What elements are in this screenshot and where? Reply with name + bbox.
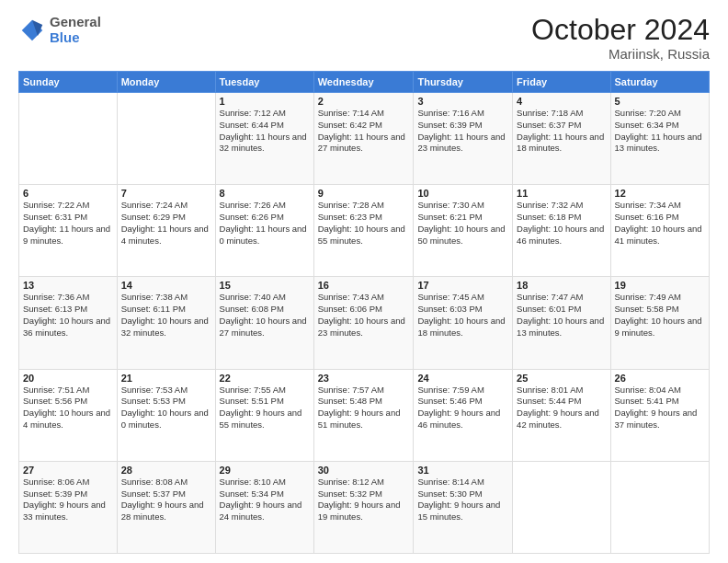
day-info: Sunrise: 8:06 AM Sunset: 5:39 PM Dayligh…	[23, 477, 113, 523]
sunset-text: Sunset: 5:46 PM	[417, 396, 482, 406]
sunrise-text: Sunrise: 7:14 AM	[318, 108, 384, 118]
page: General Blue October 2024 Mariinsk, Russ…	[0, 0, 728, 563]
sunrise-text: Sunrise: 7:28 AM	[318, 200, 384, 210]
title-month: October 2024	[531, 15, 710, 44]
table-row: 10 Sunrise: 7:30 AM Sunset: 6:21 PM Dayl…	[414, 185, 513, 277]
table-row: 16 Sunrise: 7:43 AM Sunset: 6:06 PM Dayl…	[313, 277, 414, 369]
day-info: Sunrise: 7:16 AM Sunset: 6:39 PM Dayligh…	[417, 108, 508, 155]
day-number: 12	[615, 188, 705, 199]
col-wednesday: Wednesday	[313, 72, 414, 93]
sunrise-text: Sunrise: 7:12 AM	[220, 108, 286, 118]
sunrise-text: Sunrise: 8:10 AM	[220, 477, 286, 487]
day-number: 20	[23, 373, 113, 384]
day-number: 21	[121, 373, 211, 384]
day-number: 6	[23, 188, 113, 199]
day-number: 25	[517, 373, 606, 384]
sunset-text: Sunset: 6:11 PM	[121, 304, 186, 314]
table-row: 25 Sunrise: 8:01 AM Sunset: 5:44 PM Dayl…	[513, 369, 610, 461]
table-row	[117, 93, 215, 185]
day-number: 3	[417, 96, 508, 107]
daylight-text: Daylight: 10 hours and 18 minutes.	[417, 316, 505, 338]
daylight-text: Daylight: 9 hours and 42 minutes.	[517, 408, 599, 430]
day-number: 17	[417, 280, 508, 291]
daylight-text: Daylight: 9 hours and 19 minutes.	[318, 500, 401, 522]
table-row: 12 Sunrise: 7:34 AM Sunset: 6:16 PM Dayl…	[610, 185, 709, 277]
sunrise-text: Sunrise: 8:08 AM	[121, 477, 188, 487]
table-row: 4 Sunrise: 7:18 AM Sunset: 6:37 PM Dayli…	[513, 93, 610, 185]
table-row: 15 Sunrise: 7:40 AM Sunset: 6:08 PM Dayl…	[215, 277, 313, 369]
day-number: 23	[318, 373, 410, 384]
sunset-text: Sunset: 6:23 PM	[318, 212, 382, 222]
sunset-text: Sunset: 6:26 PM	[220, 212, 284, 222]
sunset-text: Sunset: 5:41 PM	[615, 396, 679, 406]
table-row: 27 Sunrise: 8:06 AM Sunset: 5:39 PM Dayl…	[19, 461, 118, 553]
sunrise-text: Sunrise: 7:32 AM	[517, 200, 583, 210]
table-row: 18 Sunrise: 7:47 AM Sunset: 6:01 PM Dayl…	[513, 277, 610, 369]
day-info: Sunrise: 7:36 AM Sunset: 6:13 PM Dayligh…	[23, 292, 113, 339]
daylight-text: Daylight: 11 hours and 23 minutes.	[417, 132, 505, 154]
daylight-text: Daylight: 11 hours and 9 minutes.	[23, 224, 110, 246]
logo-general: General	[50, 14, 101, 29]
table-row: 29 Sunrise: 8:10 AM Sunset: 5:34 PM Dayl…	[215, 461, 313, 553]
day-number: 15	[220, 280, 310, 291]
calendar-header-row: Sunday Monday Tuesday Wednesday Thursday…	[19, 72, 710, 93]
table-row: 19 Sunrise: 7:49 AM Sunset: 5:58 PM Dayl…	[610, 277, 709, 369]
table-row	[513, 461, 610, 553]
sunrise-text: Sunrise: 7:51 AM	[23, 385, 89, 395]
table-row: 7 Sunrise: 7:24 AM Sunset: 6:29 PM Dayli…	[117, 185, 215, 277]
table-row: 22 Sunrise: 7:55 AM Sunset: 5:51 PM Dayl…	[215, 369, 313, 461]
sunset-text: Sunset: 6:06 PM	[318, 304, 382, 314]
day-number: 14	[121, 280, 211, 291]
day-info: Sunrise: 7:12 AM Sunset: 6:44 PM Dayligh…	[220, 108, 310, 155]
table-row: 3 Sunrise: 7:16 AM Sunset: 6:39 PM Dayli…	[414, 93, 513, 185]
day-info: Sunrise: 8:12 AM Sunset: 5:32 PM Dayligh…	[318, 477, 410, 523]
sunrise-text: Sunrise: 7:30 AM	[417, 200, 483, 210]
col-thursday: Thursday	[414, 72, 513, 93]
sunset-text: Sunset: 5:37 PM	[121, 488, 186, 499]
col-sunday: Sunday	[19, 72, 118, 93]
day-info: Sunrise: 7:53 AM Sunset: 5:53 PM Dayligh…	[121, 385, 211, 431]
table-row: 24 Sunrise: 7:59 AM Sunset: 5:46 PM Dayl…	[414, 369, 513, 461]
day-number: 24	[417, 373, 508, 384]
daylight-text: Daylight: 11 hours and 18 minutes.	[517, 132, 604, 154]
logo-icon	[18, 17, 46, 44]
sunrise-text: Sunrise: 8:04 AM	[615, 385, 681, 395]
day-number: 10	[417, 188, 508, 199]
sunset-text: Sunset: 5:44 PM	[517, 396, 581, 406]
sunrise-text: Sunrise: 8:12 AM	[318, 477, 384, 487]
day-number: 4	[517, 96, 606, 107]
calendar: Sunday Monday Tuesday Wednesday Thursday…	[18, 71, 710, 554]
day-info: Sunrise: 7:40 AM Sunset: 6:08 PM Dayligh…	[220, 292, 310, 339]
daylight-text: Daylight: 9 hours and 55 minutes.	[220, 408, 302, 430]
table-row: 28 Sunrise: 8:08 AM Sunset: 5:37 PM Dayl…	[117, 461, 215, 553]
sunset-text: Sunset: 6:03 PM	[417, 304, 482, 314]
day-number: 13	[23, 280, 113, 291]
day-info: Sunrise: 7:49 AM Sunset: 5:58 PM Dayligh…	[615, 292, 705, 339]
day-number: 7	[121, 188, 211, 199]
day-info: Sunrise: 7:30 AM Sunset: 6:21 PM Dayligh…	[417, 200, 508, 247]
table-row: 17 Sunrise: 7:45 AM Sunset: 6:03 PM Dayl…	[414, 277, 513, 369]
daylight-text: Daylight: 9 hours and 46 minutes.	[417, 408, 500, 430]
day-number: 1	[220, 96, 310, 107]
day-number: 8	[220, 188, 310, 199]
day-number: 22	[220, 373, 310, 384]
day-info: Sunrise: 7:57 AM Sunset: 5:48 PM Dayligh…	[318, 385, 410, 431]
sunset-text: Sunset: 5:58 PM	[615, 304, 679, 314]
title-location: Mariinsk, Russia	[531, 46, 710, 62]
daylight-text: Daylight: 10 hours and 23 minutes.	[318, 316, 405, 338]
table-row: 30 Sunrise: 8:12 AM Sunset: 5:32 PM Dayl…	[313, 461, 414, 553]
daylight-text: Daylight: 10 hours and 46 minutes.	[517, 224, 604, 246]
daylight-text: Daylight: 10 hours and 9 minutes.	[615, 316, 702, 338]
day-info: Sunrise: 7:45 AM Sunset: 6:03 PM Dayligh…	[417, 292, 508, 339]
sunrise-text: Sunrise: 7:24 AM	[121, 200, 188, 210]
daylight-text: Daylight: 10 hours and 13 minutes.	[517, 316, 604, 338]
day-info: Sunrise: 7:43 AM Sunset: 6:06 PM Dayligh…	[318, 292, 410, 339]
table-row: 14 Sunrise: 7:38 AM Sunset: 6:11 PM Dayl…	[117, 277, 215, 369]
table-row: 11 Sunrise: 7:32 AM Sunset: 6:18 PM Dayl…	[513, 185, 610, 277]
table-row: 8 Sunrise: 7:26 AM Sunset: 6:26 PM Dayli…	[215, 185, 313, 277]
logo-text: General Blue	[50, 15, 101, 45]
calendar-week-row: 20 Sunrise: 7:51 AM Sunset: 5:56 PM Dayl…	[19, 369, 710, 461]
calendar-week-row: 13 Sunrise: 7:36 AM Sunset: 6:13 PM Dayl…	[19, 277, 710, 369]
sunset-text: Sunset: 6:37 PM	[517, 120, 581, 130]
daylight-text: Daylight: 9 hours and 33 minutes.	[23, 500, 106, 522]
